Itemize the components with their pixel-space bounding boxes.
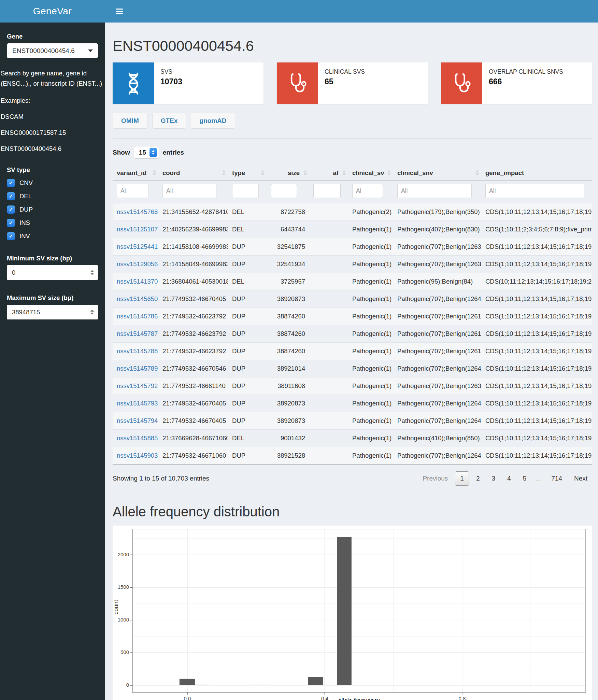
checkbox-checked-icon[interactable]: ✓: [7, 205, 15, 214]
pagination-page-4[interactable]: 4: [502, 472, 516, 485]
column-filter-coord[interactable]: [162, 184, 216, 198]
variant-link[interactable]: nssv15145788: [117, 347, 158, 355]
sv-type-checkbox-inv[interactable]: ✓INV: [7, 232, 98, 240]
column-header-label: size: [288, 169, 300, 176]
sv-type-checkbox-cnv[interactable]: ✓CNV: [7, 179, 98, 187]
histogram-bar: [195, 685, 209, 685]
max-sv-size-input[interactable]: 38948715: [7, 305, 98, 319]
variant-link[interactable]: nssv15145793: [117, 400, 158, 407]
sv-type-checkbox-del[interactable]: ✓DEL: [7, 192, 98, 200]
variant-link[interactable]: nssv15145789: [117, 365, 158, 372]
omim-button[interactable]: OMIM: [113, 113, 147, 129]
column-filter-type[interactable]: [232, 184, 259, 198]
cell-clinical_sv: Pathogenic(1): [348, 273, 393, 290]
cell-clinical_snv: Pathogenic(707);Benign(1263): [393, 238, 481, 256]
pagination-page-714[interactable]: 714: [546, 472, 567, 485]
table-row: nssv1514579321:7749532-46670405DUP389208…: [113, 395, 592, 412]
variant-link[interactable]: nssv15145885: [117, 434, 158, 442]
histogram-plot: 05001000150020000.00.40.8allele frequenc…: [113, 526, 592, 700]
sort-icon[interactable]: [222, 170, 226, 175]
pagination-page-1[interactable]: 1: [455, 471, 469, 486]
cell-size: 38874260: [267, 343, 309, 360]
cell-size: 9001432: [267, 430, 309, 447]
sv-type-checkbox-group: ✓CNV✓DEL✓DUP✓INS✓INV: [7, 179, 98, 240]
column-header-clinical_sv[interactable]: clinical_sv: [348, 165, 393, 181]
column-header-size[interactable]: size: [267, 165, 309, 181]
histogram-bar: [308, 677, 323, 685]
variant-link[interactable]: nssv15145903: [117, 452, 158, 459]
column-header-variant_id[interactable]: variant_id: [113, 165, 158, 181]
checkbox-checked-icon[interactable]: ✓: [7, 192, 15, 200]
column-filter-clinical_sv[interactable]: [352, 184, 383, 198]
pagination-next[interactable]: Next: [569, 472, 592, 485]
cell-size: 38920873: [267, 395, 309, 412]
cell-af: [309, 308, 348, 325]
checkbox-checked-icon[interactable]: ✓: [7, 232, 15, 240]
checkbox-checked-icon[interactable]: ✓: [7, 179, 15, 187]
sort-icon[interactable]: [261, 170, 265, 175]
number-stepper-icon[interactable]: [89, 269, 95, 276]
variant-link[interactable]: nssv15145792: [117, 382, 158, 389]
column-filter-gene_impact[interactable]: [485, 184, 584, 198]
variant-link[interactable]: nssv15145786: [117, 313, 158, 320]
sv-type-checkbox-ins[interactable]: ✓INS: [7, 219, 98, 227]
cell-af: [309, 221, 348, 238]
cell-type: DUP: [228, 325, 267, 343]
sort-icon[interactable]: [387, 170, 391, 175]
checkbox-checked-icon[interactable]: ✓: [7, 219, 15, 227]
variant-link[interactable]: nssv15145787: [117, 330, 158, 337]
variant-link[interactable]: nssv15125107: [117, 226, 158, 233]
column-header-gene_impact[interactable]: gene_impact: [481, 165, 592, 181]
cell-gene_impact: CDS(1;10;11;12;13;14;15;16;17;18;19;2;2: [481, 412, 592, 430]
variant-link[interactable]: nssv15129056: [117, 260, 158, 268]
variant-link[interactable]: nssv15145650: [117, 295, 158, 302]
cell-clinical_sv: Pathogenic(1): [348, 343, 393, 360]
svg-text:2000: 2000: [118, 552, 129, 557]
variant-link[interactable]: nssv15125441: [117, 243, 158, 250]
value-box-label: SVS: [160, 68, 182, 75]
column-header-clinical_snv[interactable]: clinical_snv: [393, 165, 481, 181]
column-filter-clinical_snv[interactable]: [397, 184, 472, 198]
sv-type-checkbox-dup[interactable]: ✓DUP: [7, 205, 98, 214]
sort-icon[interactable]: [153, 170, 156, 175]
variant-link[interactable]: nssv15145768: [117, 208, 158, 215]
cell-variant_id: nssv15145793: [113, 395, 158, 412]
column-header-af[interactable]: af: [309, 165, 348, 181]
pagination-previous[interactable]: Previous: [418, 472, 453, 485]
pagination-page-2[interactable]: 2: [471, 472, 485, 485]
gene-select[interactable]: ENST00000400454.6: [7, 43, 98, 58]
variant-link[interactable]: nssv15145794: [117, 417, 158, 424]
column-header-coord[interactable]: coord: [158, 165, 228, 181]
sort-icon[interactable]: [342, 170, 346, 175]
gnomad-button[interactable]: gnomAD: [191, 113, 235, 129]
cell-clinical_sv: Pathogenic(1): [348, 377, 393, 395]
cell-coord: 21:7749532-46671060: [158, 447, 228, 465]
cell-coord: 21:14158049-46699983: [158, 256, 228, 273]
number-stepper-icon[interactable]: [89, 309, 95, 315]
cell-type: DEL: [228, 273, 267, 290]
cell-size: 38911608: [267, 377, 309, 395]
cell-clinical_snv: Pathogenic(407);Benign(830): [393, 221, 481, 238]
column-filter-variant_id[interactable]: [117, 184, 149, 198]
cell-variant_id: nssv15129056: [113, 256, 158, 273]
external-link-buttons: OMIMGTExgnomAD: [113, 113, 592, 129]
column-header-type[interactable]: type: [228, 165, 267, 181]
gtex-button[interactable]: GTEx: [152, 113, 186, 129]
cell-variant_id: nssv15145787: [113, 325, 158, 343]
brand-logo[interactable]: GeneVar: [0, 0, 105, 23]
pagination-page-3[interactable]: 3: [487, 472, 500, 485]
sort-icon[interactable]: [303, 170, 307, 175]
sidebar-toggle-button[interactable]: [114, 6, 125, 16]
cell-clinical_snv: Pathogenic(410);Benign(850): [393, 430, 481, 447]
column-filter-af[interactable]: [313, 184, 341, 198]
cell-clinical_sv: Pathogenic(1): [348, 447, 393, 465]
app: GeneVar Gene ENST00000400454.6 Search by…: [0, 0, 598, 700]
sort-icon[interactable]: [475, 170, 479, 175]
column-filter-size[interactable]: [271, 184, 297, 198]
variant-link[interactable]: nssv15141370: [117, 278, 158, 285]
min-sv-size-input[interactable]: 0: [7, 265, 98, 280]
pagination-page-5[interactable]: 5: [518, 472, 531, 485]
filter-cell: [348, 181, 393, 203]
cell-gene_impact: CDS(1;10;11;12;13;14;15;16;17;18;19;2;2: [481, 395, 592, 412]
page-length-select[interactable]: 15: [134, 146, 159, 159]
